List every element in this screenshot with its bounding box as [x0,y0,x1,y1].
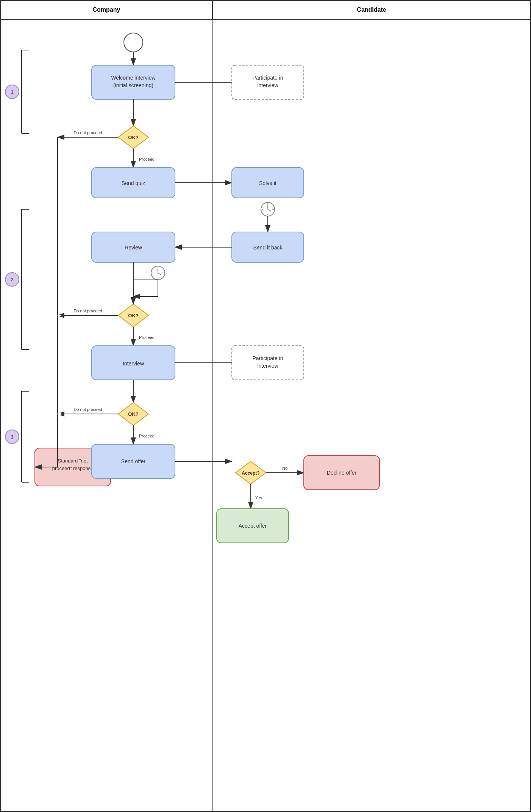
send-it-back-box [232,232,304,262]
candidate-header: Candidate [213,1,530,19]
accept-label: Accept? [242,470,259,476]
ok1-label: OK? [128,135,139,140]
ok2-label: OK? [128,313,139,318]
welcome-interview-label: Welcome interview [111,75,156,81]
do-not-proceed-3-label: Do not proceed [73,407,102,412]
ok3-diamond [118,403,148,425]
ok1-diamond [118,126,148,149]
yes-label: Yes [255,495,262,500]
welcome-interview-sublabel: (initial screening) [113,82,153,88]
accept-offer-box [217,509,289,543]
svg-text:interview: interview [257,363,278,369]
company-label: Company [93,6,120,13]
svg-point-4 [5,85,19,99]
participate-interview-2-box [232,346,304,380]
svg-line-21 [268,209,271,211]
participate-interview-1-label: Participate in [253,75,283,81]
bracket-1-label: 1 [11,89,13,95]
participate-interview-2-label: Participate in [253,355,283,361]
decline-offer-box [304,456,380,490]
solve-it-label: Solve it [259,180,276,186]
diagram-svg: 1 2 3 Welcome interview (initial screeni… [1,20,531,812]
svg-point-12 [5,430,19,444]
solve-it-box [232,168,304,198]
candidate-label: Candidate [357,6,386,13]
bracket-2-label: 2 [11,277,13,282]
send-offer-box [92,444,175,478]
clock-1 [261,202,275,216]
do-not-proceed-2-label: Do not proceed [73,309,102,313]
svg-line-29 [158,273,161,275]
proceed-2-label: Proceed [139,335,155,340]
ok3-label: OK? [128,411,139,417]
send-quiz-label: Send quiz [122,180,145,186]
accept-offer-label: Accept offer [239,523,267,529]
send-quiz-box [92,168,175,198]
accept-diamond [236,461,266,484]
review-box [92,232,175,262]
decline-offer-label: Decline offer [327,470,357,476]
proceed-1-label: Proceed [139,157,155,161]
svg-point-8 [5,273,19,286]
ok2-diamond [118,304,148,327]
interview-label: Interview [123,361,144,367]
svg-text:interview: interview [257,82,278,88]
participate-interview-1-box [232,65,304,99]
proceed-3-label: Proceed [139,434,155,438]
company-header: Company [1,1,213,19]
do-not-proceed-1-label: Do not proceed [73,130,102,135]
bracket-3-label: 3 [11,434,13,440]
standard-not-proceed-box [35,448,111,486]
diagram-container: Company Candidate 1 2 3 [0,0,531,812]
welcome-interview-box [92,65,175,99]
header: Company Candidate [1,1,530,20]
standard-not-proceed-line1: Standard "not [58,458,87,464]
standard-not-proceed-line2: proceed" response [52,466,94,471]
start-circle [124,33,143,52]
no-label: No [282,466,287,470]
review-label: Review [125,245,142,251]
send-it-back-label: Send it back [253,245,283,251]
clock-2 [151,266,165,280]
interview-box [92,346,175,380]
send-offer-label: Send offer [121,458,146,464]
